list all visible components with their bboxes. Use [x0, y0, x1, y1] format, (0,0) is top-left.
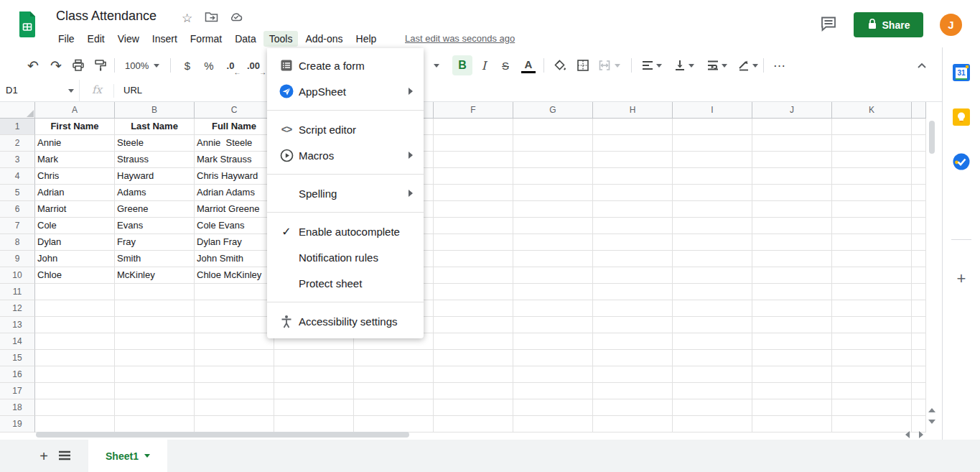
cell-C8[interactable]: Dylan Fray: [195, 234, 274, 251]
cell-B13[interactable]: [115, 317, 195, 333]
cell-A16[interactable]: [35, 366, 115, 383]
cell-K15[interactable]: [832, 350, 912, 366]
keep-icon[interactable]: [952, 108, 971, 129]
paint-format-icon[interactable]: [90, 55, 111, 75]
cell-B6[interactable]: Greene: [115, 201, 195, 218]
cell-G3[interactable]: [513, 152, 593, 168]
row-header-11[interactable]: 11: [0, 284, 35, 300]
cloud-saved-icon[interactable]: [229, 11, 243, 25]
cell-I6[interactable]: [673, 201, 752, 218]
cell-partial-17[interactable]: [912, 383, 926, 399]
cell-B1[interactable]: Last Name: [115, 119, 195, 135]
cell-A18[interactable]: [35, 399, 115, 416]
cell-F14[interactable]: [434, 333, 513, 350]
cell-A12[interactable]: [35, 300, 115, 317]
cell-G17[interactable]: [513, 383, 593, 399]
menu-tools[interactable]: Tools: [263, 31, 299, 47]
cell-partial-5[interactable]: [912, 185, 926, 201]
cell-J14[interactable]: [752, 333, 832, 350]
vertical-scrollbar[interactable]: [929, 121, 935, 154]
decrease-decimal-button[interactable]: .0←: [220, 55, 241, 75]
cell-A13[interactable]: [35, 317, 115, 333]
borders-icon[interactable]: [573, 55, 593, 75]
row-header-2[interactable]: 2: [0, 135, 35, 152]
cell-J11[interactable]: [752, 284, 832, 300]
cell-A9[interactable]: John: [35, 251, 115, 267]
cell-C16[interactable]: [195, 366, 274, 383]
cell-K8[interactable]: [832, 234, 912, 251]
cell-G19[interactable]: [513, 416, 593, 432]
cell-C1[interactable]: Full Name: [195, 119, 274, 135]
cell-C13[interactable]: [195, 317, 274, 333]
name-box[interactable]: D1: [6, 85, 18, 96]
column-header-f[interactable]: F: [434, 102, 513, 119]
cell-B5[interactable]: Adams: [115, 185, 195, 201]
cell-B16[interactable]: [115, 366, 195, 383]
column-header-partial[interactable]: [912, 102, 926, 119]
cell-B17[interactable]: [115, 383, 195, 399]
row-header-7[interactable]: 7: [0, 218, 35, 234]
fill-color-icon[interactable]: [550, 55, 570, 75]
cell-B14[interactable]: [115, 333, 195, 350]
cell-I19[interactable]: [673, 416, 752, 432]
row-header-3[interactable]: 3: [0, 152, 35, 168]
menu-item-script-editor[interactable]: <>Script editor: [267, 116, 424, 142]
cell-H7[interactable]: [593, 218, 673, 234]
all-sheets-icon[interactable]: [58, 450, 71, 463]
cell-H2[interactable]: [593, 135, 673, 152]
italic-button[interactable]: I: [474, 55, 494, 75]
cell-K11[interactable]: [832, 284, 912, 300]
cell-H10[interactable]: [593, 267, 673, 284]
cell-partial-14[interactable]: [912, 333, 926, 350]
cell-C2[interactable]: Annie Steele: [195, 135, 274, 152]
cell-C3[interactable]: Mark Strauss: [195, 152, 274, 168]
cell-G13[interactable]: [513, 317, 593, 333]
cell-H19[interactable]: [593, 416, 673, 432]
cell-F3[interactable]: [434, 152, 513, 168]
undo-icon[interactable]: ↶: [23, 55, 43, 75]
merge-cells-icon[interactable]: [594, 55, 615, 75]
cell-H18[interactable]: [593, 399, 673, 416]
zoom-dropdown[interactable]: 100%: [122, 55, 162, 75]
cell-partial-6[interactable]: [912, 201, 926, 218]
text-rotation-chevron-icon[interactable]: [752, 64, 758, 68]
row-header-4[interactable]: 4: [0, 168, 35, 185]
cell-F8[interactable]: [434, 234, 513, 251]
cell-A8[interactable]: Dylan: [35, 234, 115, 251]
cell-J12[interactable]: [752, 300, 832, 317]
column-header-h[interactable]: H: [593, 102, 673, 119]
cell-A2[interactable]: Annie: [35, 135, 115, 152]
cell-G14[interactable]: [513, 333, 593, 350]
cell-I10[interactable]: [673, 267, 752, 284]
text-wrap-chevron-icon[interactable]: [722, 64, 727, 68]
cell-K14[interactable]: [832, 333, 912, 350]
cell-D15[interactable]: [274, 350, 354, 366]
menu-item-appsheet[interactable]: AppSheet: [267, 78, 424, 104]
redo-icon[interactable]: ↷: [46, 55, 66, 75]
cell-A10[interactable]: Chloe: [35, 267, 115, 284]
cell-B8[interactable]: Fray: [115, 234, 195, 251]
cell-K4[interactable]: [832, 168, 912, 185]
cell-K6[interactable]: [832, 201, 912, 218]
cell-B9[interactable]: Smith: [115, 251, 195, 267]
cell-G12[interactable]: [513, 300, 593, 317]
row-header-8[interactable]: 8: [0, 234, 35, 251]
row-header-9[interactable]: 9: [0, 251, 35, 267]
cell-F1[interactable]: [434, 119, 513, 135]
cell-E17[interactable]: [354, 383, 434, 399]
cell-partial-10[interactable]: [912, 267, 926, 284]
cell-partial-18[interactable]: [912, 399, 926, 416]
sheets-logo-icon[interactable]: [17, 11, 37, 41]
cell-I4[interactable]: [673, 168, 752, 185]
name-box-chevron-icon[interactable]: [68, 89, 74, 93]
cell-partial-4[interactable]: [912, 168, 926, 185]
cell-C5[interactable]: Adrian Adams: [195, 185, 274, 201]
cell-J19[interactable]: [752, 416, 832, 432]
cell-I11[interactable]: [673, 284, 752, 300]
scroll-left-icon[interactable]: [905, 431, 910, 438]
format-currency-button[interactable]: $: [177, 55, 197, 75]
merge-dropdown-chevron-icon[interactable]: [615, 64, 620, 68]
cell-J16[interactable]: [752, 366, 832, 383]
cell-A7[interactable]: Cole: [35, 218, 115, 234]
cell-F17[interactable]: [434, 383, 513, 399]
